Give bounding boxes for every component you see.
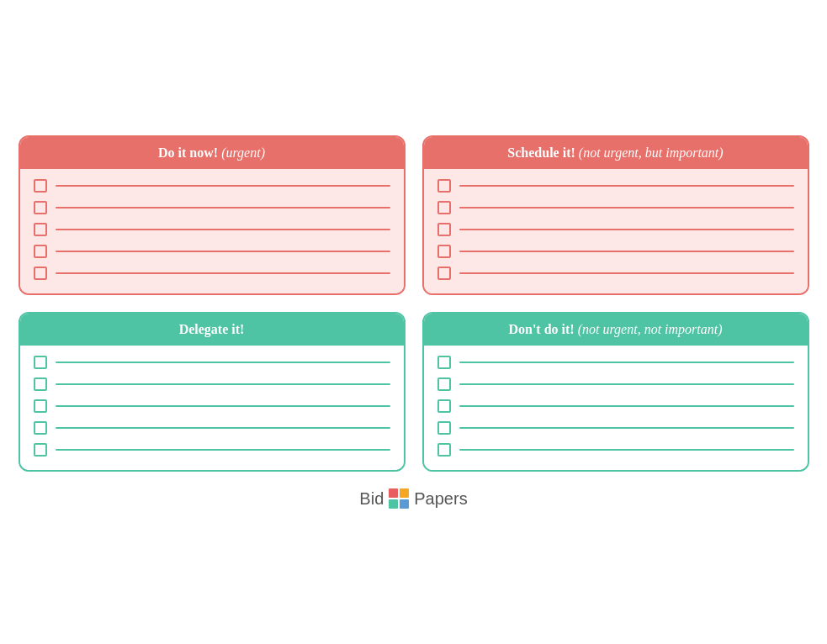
logo-red: [389, 488, 398, 498]
checkbox[interactable]: [34, 377, 47, 391]
line: [56, 427, 390, 429]
card-schedule-it-subtitle: (not urgent, but important): [579, 145, 724, 160]
bid-label: Bid: [359, 489, 384, 509]
list-item: [437, 356, 794, 369]
list-item: [34, 377, 390, 391]
checkbox[interactable]: [34, 443, 47, 457]
logo-orange: [400, 488, 409, 498]
line: [459, 272, 794, 274]
card-schedule-it: Schedule it! (not urgent, but important): [422, 135, 809, 295]
checkbox[interactable]: [34, 356, 47, 369]
card-delegate-it-title: Delegate it!: [179, 322, 245, 336]
papers-label: Papers: [414, 489, 467, 509]
card-delegate-it-body: [20, 346, 404, 470]
list-item: [34, 356, 390, 369]
list-item: [437, 179, 794, 193]
card-delegate-it-header: Delegate it!: [20, 314, 404, 346]
line: [56, 185, 390, 187]
checkbox[interactable]: [437, 356, 451, 369]
logo-icon: [389, 488, 409, 509]
list-item: [437, 245, 794, 258]
line: [459, 251, 794, 252]
checkbox[interactable]: [34, 179, 47, 193]
card-dont-do-it: Don't do it! (not urgent, not important): [422, 312, 809, 472]
checkbox[interactable]: [437, 223, 451, 236]
list-item: [34, 179, 390, 193]
line: [56, 229, 390, 230]
line: [459, 427, 794, 429]
list-item: [437, 399, 794, 413]
line: [56, 449, 390, 451]
card-do-it-now-subtitle: (urgent): [221, 145, 265, 160]
list-item: [437, 267, 794, 280]
checkbox[interactable]: [34, 421, 47, 435]
list-item: [34, 421, 390, 435]
list-item: [34, 201, 390, 214]
card-schedule-it-body: [424, 169, 808, 293]
checkbox[interactable]: [437, 421, 451, 435]
line: [459, 207, 794, 209]
list-item: [34, 399, 390, 413]
list-item: [34, 223, 390, 236]
checkbox[interactable]: [34, 201, 47, 214]
list-item: [437, 421, 794, 435]
checkbox[interactable]: [437, 267, 451, 280]
line: [56, 207, 390, 209]
line: [56, 362, 390, 363]
card-do-it-now-body: [20, 169, 404, 293]
checkbox[interactable]: [437, 399, 451, 413]
card-dont-do-it-title: Don't do it!: [508, 322, 577, 336]
card-do-it-now-header: Do it now! (urgent): [20, 137, 404, 169]
line: [56, 383, 390, 385]
checkbox[interactable]: [437, 443, 451, 457]
list-item: [437, 377, 794, 391]
list-item: [34, 443, 390, 457]
checkbox[interactable]: [34, 245, 47, 258]
card-dont-do-it-subtitle: (not urgent, not important): [578, 322, 723, 336]
card-do-it-now: Do it now! (urgent): [19, 135, 406, 295]
list-item: [437, 443, 794, 457]
line: [56, 405, 390, 407]
footer-branding: Bid Papers: [359, 488, 467, 509]
card-schedule-it-header: Schedule it! (not urgent, but important): [424, 137, 808, 169]
checkbox[interactable]: [437, 377, 451, 391]
checkbox[interactable]: [34, 267, 47, 280]
card-schedule-it-title: Schedule it!: [507, 145, 578, 160]
line: [56, 272, 390, 274]
logo-blue: [400, 499, 409, 509]
card-do-it-now-title: Do it now!: [158, 145, 221, 160]
line: [459, 405, 794, 407]
line: [459, 362, 794, 363]
line: [459, 229, 794, 230]
line: [459, 449, 794, 451]
card-dont-do-it-body: [424, 346, 808, 470]
line: [459, 185, 794, 187]
card-dont-do-it-header: Don't do it! (not urgent, not important): [424, 314, 808, 346]
quadrant-grid: Do it now! (urgent): [19, 135, 809, 472]
checkbox[interactable]: [437, 201, 451, 214]
checkbox[interactable]: [34, 223, 47, 236]
checkbox[interactable]: [437, 179, 451, 193]
checkbox[interactable]: [437, 245, 451, 258]
logo-teal: [389, 499, 398, 509]
card-delegate-it: Delegate it!: [19, 312, 406, 472]
list-item: [437, 223, 794, 236]
list-item: [34, 267, 390, 280]
list-item: [437, 201, 794, 214]
line: [459, 383, 794, 385]
checkbox[interactable]: [34, 399, 47, 413]
line: [56, 251, 390, 252]
list-item: [34, 245, 390, 258]
